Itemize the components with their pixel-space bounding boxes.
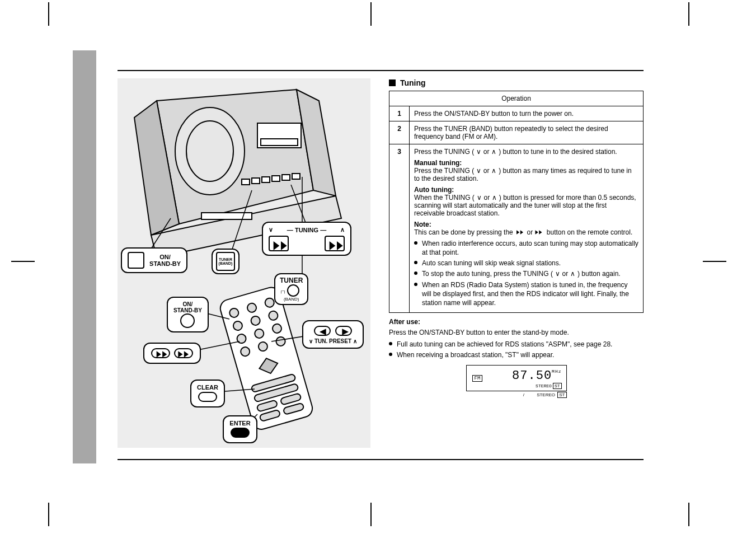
list-item: To stop the auto tuning, press the TUNIN… <box>414 269 638 278</box>
callout-enter: ENTER <box>223 415 257 443</box>
prev-track-icon <box>515 229 525 237</box>
tuning-label: TUNING <box>295 227 318 233</box>
callout-transport <box>143 343 201 364</box>
chevron-up-icon: ∧ <box>492 194 497 202</box>
after-use-body: Press the ON/STAND-BY button to enter th… <box>389 328 644 338</box>
step-number: 1 <box>389 106 410 121</box>
table-row: 2 Press the TUNER (BAND) button repeated… <box>389 121 644 144</box>
crop-mark <box>370 2 372 26</box>
list-item: Auto scan tuning will skip weak signal s… <box>414 259 638 268</box>
power-button-remote-icon <box>180 313 195 328</box>
after-use-title: After use: <box>389 317 644 327</box>
lcd-under-st: ST <box>557 392 566 398</box>
manual-page: { "section_title": "Tuning", "table": { … <box>0 0 756 534</box>
chevron-up-icon: ∧ <box>570 269 576 278</box>
chevron-up-icon: ∧ <box>491 167 497 175</box>
rule-bottom <box>118 459 644 460</box>
right-button-icon <box>335 326 352 336</box>
table-row: 1 Press the ON/STAND-BY button to turn t… <box>389 106 644 121</box>
crop-mark <box>370 503 372 526</box>
power-button-icon <box>128 252 144 269</box>
auto-tuning-title: Auto tuning: <box>414 186 454 194</box>
crop-mark <box>48 503 49 526</box>
list-item: Full auto tuning can be achieved for RDS… <box>389 340 644 349</box>
chevron-down-icon: ∨ <box>476 194 482 202</box>
manual-tuning-title: Manual tuning: <box>414 159 462 167</box>
list-item: When radio interference occurs, auto sca… <box>414 239 638 257</box>
rule-top <box>118 70 644 71</box>
step-number: 2 <box>389 121 410 144</box>
lcd-display: 87.50MHz FM STEREOST <box>466 365 567 391</box>
lcd-block: 87.50MHz FM STEREOST / STEREO ST <box>389 365 644 397</box>
crop-mark <box>688 2 689 26</box>
step3-lead-a: Press the TUNING ( <box>414 148 474 156</box>
table-row: 3 Press the TUNING ( ∨ or ∧ ) button to … <box>389 144 644 313</box>
svg-rect-10 <box>272 176 280 181</box>
step-text: Press the TUNING ( ∨ or ∧ ) button to tu… <box>410 144 644 313</box>
step3-lead-b: or <box>483 148 491 156</box>
chevron-down-icon: ∨ <box>476 148 481 156</box>
after-use-block: After use: Press the ON/STAND-BY button … <box>389 317 644 359</box>
lcd-stereo: STEREO <box>536 383 552 388</box>
chevron-up-icon: ∧ <box>340 226 345 233</box>
step3-lead-c: ) button to tune in to the desired stati… <box>499 148 617 156</box>
svg-rect-9 <box>262 177 270 182</box>
enter-button-icon <box>231 428 250 438</box>
next-button-icon <box>174 348 193 358</box>
callout-clear: CLEAR <box>190 380 225 407</box>
crop-mark <box>11 261 35 262</box>
square-bullet-icon <box>389 79 396 86</box>
step-number: 3 <box>389 144 410 313</box>
table-header-row: Operation <box>389 91 644 106</box>
prev-button-icon <box>151 348 170 358</box>
svg-rect-5 <box>257 123 301 148</box>
on-standby-remote-label: ON/ STAND-BY <box>173 301 202 313</box>
left-button-icon <box>314 326 331 336</box>
list-item: When receiving a broadcast station, "ST"… <box>389 350 644 359</box>
device-illustration: ON/ STAND-BY TUNER (BAND) ∨ — TUNING — ∧… <box>118 78 370 448</box>
list-item: When an RDS (Radio Data System) station … <box>414 280 638 308</box>
lcd-caption: / STEREO ST <box>466 392 567 397</box>
svg-rect-7 <box>242 179 250 185</box>
chevron-down-icon: ∨ <box>476 167 481 175</box>
tuner-band-small-label: TUNER (BAND) <box>216 252 235 271</box>
prev-track-button-icon <box>269 236 289 251</box>
step3-bullets: When radio interference occurs, auto sca… <box>414 239 638 307</box>
tuner-label: TUNER <box>280 277 303 284</box>
lcd-unit: MHz <box>552 369 561 374</box>
callout-tun-preset: ∨ TUN. PRESET ∧ <box>302 320 364 349</box>
chevron-up-icon: ∧ <box>491 148 497 156</box>
steps-table: Operation 1 Press the ON/STAND-BY button… <box>389 91 644 313</box>
svg-rect-12 <box>292 174 300 179</box>
lcd-freq: 87.50 <box>512 369 552 383</box>
tuner-knob-icon <box>287 284 299 297</box>
step-text: Press the TUNER (BAND) button repeatedly… <box>410 121 644 144</box>
section-title: Tuning <box>389 78 644 87</box>
operation-header: Operation <box>389 91 644 106</box>
on-standby-label: ON/ STAND-BY <box>149 254 181 267</box>
tun-preset-label: TUN. PRESET <box>314 338 351 344</box>
chevron-down-icon: ∨ <box>269 226 273 233</box>
lcd-fm-badge: FM <box>472 375 483 382</box>
callout-tuning: ∨ — TUNING — ∧ <box>262 222 351 256</box>
callout-tuner-band-small: TUNER (BAND) <box>212 249 240 274</box>
band-label: (BAND) <box>280 297 303 302</box>
crop-mark <box>703 261 726 262</box>
svg-rect-11 <box>282 175 290 180</box>
svg-rect-8 <box>252 178 260 184</box>
next-track-button-icon <box>325 236 345 251</box>
instructions-column: Tuning Operation 1 Press the ON/STAND-BY… <box>389 78 644 397</box>
crop-mark <box>48 2 49 26</box>
clear-label: CLEAR <box>197 384 218 391</box>
clear-button-icon <box>198 392 217 402</box>
callout-on-standby-remote: ON/ STAND-BY <box>167 297 209 332</box>
enter-label: ENTER <box>229 420 251 427</box>
section-title-text: Tuning <box>400 78 426 87</box>
lcd-st-badge: ST <box>553 383 562 389</box>
next-track-icon <box>534 229 544 237</box>
callout-on-standby-device: ON/ STAND-BY <box>121 247 187 273</box>
side-tab <box>73 50 96 463</box>
crop-mark <box>688 503 689 526</box>
step-text: Press the ON/STAND-BY button to turn the… <box>410 106 644 121</box>
note-label: Note: <box>414 221 431 228</box>
